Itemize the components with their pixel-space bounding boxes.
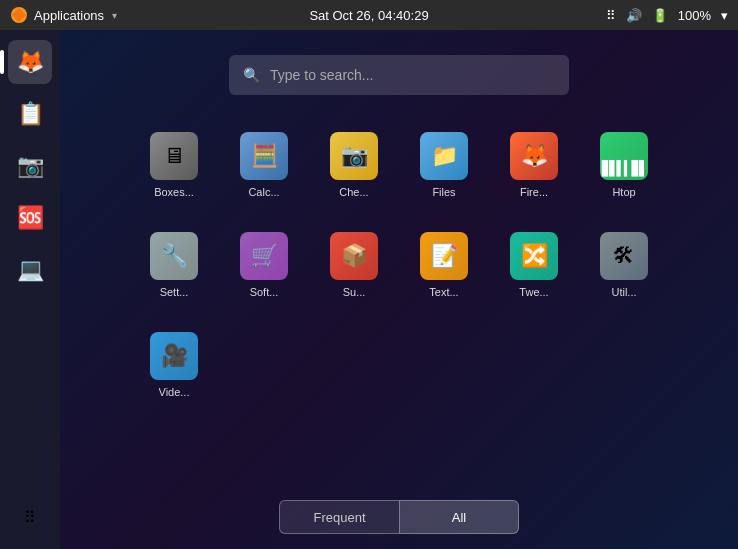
app-item-tweaks[interactable]: 🔀 Twe... bbox=[489, 215, 579, 315]
textedit-icon: 📝 bbox=[420, 232, 468, 280]
sidebar-item-notes[interactable]: 📋 bbox=[8, 92, 52, 136]
app-item-boxes[interactable]: 🖥 Boxes... bbox=[129, 115, 219, 215]
software-label: Soft... bbox=[250, 286, 279, 298]
firefox-sidebar-icon: 🦊 bbox=[17, 49, 44, 75]
bottom-tabs: Frequent All bbox=[60, 500, 738, 534]
app-item-software[interactable]: 🛒 Soft... bbox=[219, 215, 309, 315]
app-item-calculator[interactable]: 🧮 Calc... bbox=[219, 115, 309, 215]
cheese-icon: 📷 bbox=[330, 132, 378, 180]
tweaks-label: Twe... bbox=[519, 286, 548, 298]
htop-label: Htop bbox=[612, 186, 635, 198]
screenshot-sidebar-icon: 📷 bbox=[17, 153, 44, 179]
firefox-label: Fire... bbox=[520, 186, 548, 198]
sidebar-item-firefox[interactable]: 🦊 bbox=[8, 40, 52, 84]
network-icon[interactable]: ⠿ bbox=[606, 8, 616, 23]
topbar-left: Applications ▾ bbox=[10, 6, 117, 24]
synaptic-icon: 📦 bbox=[330, 232, 378, 280]
search-input[interactable] bbox=[270, 67, 555, 83]
tab-frequent[interactable]: Frequent bbox=[279, 500, 399, 534]
cheese-label: Che... bbox=[339, 186, 368, 198]
allapps-sidebar-icon: ⠿ bbox=[24, 508, 37, 527]
sidebar-item-screenshot[interactable]: 📷 bbox=[8, 144, 52, 188]
firefox-app-icon: 🦊 bbox=[510, 132, 558, 180]
settings-label: Sett... bbox=[160, 286, 189, 298]
topbar: Applications ▾ Sat Oct 26, 04:40:29 ⠿ 🔊 … bbox=[0, 0, 738, 30]
settings-icon: 🔧 bbox=[150, 232, 198, 280]
app-item-synaptic[interactable]: 📦 Su... bbox=[309, 215, 399, 315]
textedit-label: Text... bbox=[429, 286, 458, 298]
app-item-files[interactable]: 📁 Files bbox=[399, 115, 489, 215]
boxes-icon: 🖥 bbox=[150, 132, 198, 180]
volume-icon[interactable]: 🔊 bbox=[626, 8, 642, 23]
calculator-icon: 🧮 bbox=[240, 132, 288, 180]
app-item-firefox[interactable]: 🦊 Fire... bbox=[489, 115, 579, 215]
tab-all[interactable]: All bbox=[399, 500, 519, 534]
synaptic-label: Su... bbox=[343, 286, 366, 298]
topbar-right: ⠿ 🔊 🔋 100% ▾ bbox=[606, 8, 728, 23]
sidebar: 🦊 📋 📷 🆘 💻 ⠿ bbox=[0, 30, 60, 549]
software-icon: 🛒 bbox=[240, 232, 288, 280]
boxes-label: Boxes... bbox=[154, 186, 194, 198]
sidebar-item-terminal[interactable]: 💻 bbox=[8, 248, 52, 292]
app-item-textedit[interactable]: 📝 Text... bbox=[399, 215, 489, 315]
app-item-utils[interactable]: 🛠 Util... bbox=[579, 215, 669, 315]
utils-label: Util... bbox=[611, 286, 636, 298]
app-item-htop[interactable]: ▊▋▌▍▊▋ Htop bbox=[579, 115, 669, 215]
power-chevron-icon[interactable]: ▾ bbox=[721, 8, 728, 23]
files-label: Files bbox=[432, 186, 455, 198]
app-item-video[interactable]: 🎥 Vide... bbox=[129, 315, 219, 415]
applications-chevron-icon[interactable]: ▾ bbox=[112, 10, 117, 21]
search-box: 🔍 bbox=[229, 55, 569, 95]
utils-icon: 🛠 bbox=[600, 232, 648, 280]
sidebar-item-help[interactable]: 🆘 bbox=[8, 196, 52, 240]
video-icon: 🎥 bbox=[150, 332, 198, 380]
gnome-icon bbox=[10, 6, 28, 24]
tweaks-icon: 🔀 bbox=[510, 232, 558, 280]
video-label: Vide... bbox=[159, 386, 190, 398]
applications-menu-label[interactable]: Applications bbox=[34, 8, 104, 23]
calculator-label: Calc... bbox=[248, 186, 279, 198]
app-item-cheese[interactable]: 📷 Che... bbox=[309, 115, 399, 215]
app-item-settings[interactable]: 🔧 Sett... bbox=[129, 215, 219, 315]
notes-sidebar-icon: 📋 bbox=[17, 101, 44, 127]
topbar-datetime: Sat Oct 26, 04:40:29 bbox=[309, 8, 428, 23]
htop-icon: ▊▋▌▍▊▋ bbox=[600, 132, 648, 180]
files-icon: 📁 bbox=[420, 132, 468, 180]
app-grid: 🖥 Boxes... 🧮 Calc... 📷 Che... 📁 Files 🦊 … bbox=[129, 115, 669, 415]
battery-percent: 100% bbox=[678, 8, 711, 23]
help-sidebar-icon: 🆘 bbox=[17, 205, 44, 231]
search-container: 🔍 bbox=[229, 55, 569, 95]
battery-icon[interactable]: 🔋 bbox=[652, 8, 668, 23]
terminal-sidebar-icon: 💻 bbox=[17, 257, 44, 283]
main-area: 🔍 🖥 Boxes... 🧮 Calc... 📷 Che... 📁 Files … bbox=[60, 30, 738, 549]
sidebar-item-allapps[interactable]: ⠿ bbox=[8, 495, 52, 539]
search-icon: 🔍 bbox=[243, 67, 260, 83]
